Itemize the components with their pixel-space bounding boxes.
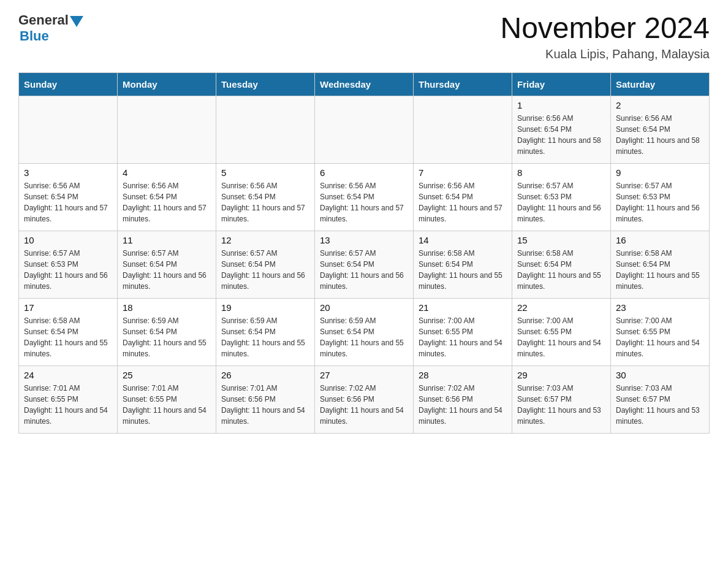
day-info: Sunrise: 7:03 AM Sunset: 6:57 PM Dayligh… bbox=[616, 383, 704, 427]
day-info: Sunrise: 6:57 AM Sunset: 6:54 PM Dayligh… bbox=[221, 248, 309, 292]
logo-general-text: General bbox=[18, 12, 69, 28]
weekday-header-wednesday: Wednesday bbox=[315, 72, 414, 96]
title-block: November 2024 Kuala Lipis, Pahang, Malay… bbox=[500, 12, 710, 61]
day-info: Sunrise: 6:57 AM Sunset: 6:53 PM Dayligh… bbox=[616, 180, 704, 224]
calendar-day: 18Sunrise: 6:59 AM Sunset: 6:54 PM Dayli… bbox=[118, 298, 216, 366]
day-info: Sunrise: 6:58 AM Sunset: 6:54 PM Dayligh… bbox=[419, 248, 507, 292]
day-number: 4 bbox=[123, 167, 211, 178]
weekday-header-saturday: Saturday bbox=[611, 72, 710, 96]
day-number: 7 bbox=[419, 167, 507, 178]
day-info: Sunrise: 6:57 AM Sunset: 6:54 PM Dayligh… bbox=[123, 248, 211, 292]
svg-marker-0 bbox=[70, 16, 83, 27]
calendar-day bbox=[315, 96, 414, 163]
calendar-day: 29Sunrise: 7:03 AM Sunset: 6:57 PM Dayli… bbox=[512, 366, 611, 433]
day-info: Sunrise: 6:59 AM Sunset: 6:54 PM Dayligh… bbox=[320, 315, 408, 359]
calendar-day: 22Sunrise: 7:00 AM Sunset: 6:55 PM Dayli… bbox=[512, 298, 611, 366]
day-info: Sunrise: 7:00 AM Sunset: 6:55 PM Dayligh… bbox=[517, 315, 605, 359]
calendar-header: SundayMondayTuesdayWednesdayThursdayFrid… bbox=[19, 72, 710, 96]
day-number: 2 bbox=[616, 100, 704, 110]
day-number: 9 bbox=[616, 167, 704, 178]
day-number: 22 bbox=[517, 302, 605, 313]
day-info: Sunrise: 6:56 AM Sunset: 6:54 PM Dayligh… bbox=[123, 180, 211, 224]
calendar-day: 17Sunrise: 6:58 AM Sunset: 6:54 PM Dayli… bbox=[19, 298, 118, 366]
calendar-week-4: 17Sunrise: 6:58 AM Sunset: 6:54 PM Dayli… bbox=[19, 298, 710, 366]
weekday-header-sunday: Sunday bbox=[19, 72, 118, 96]
calendar-day: 16Sunrise: 6:58 AM Sunset: 6:54 PM Dayli… bbox=[611, 231, 710, 298]
calendar-day: 14Sunrise: 6:58 AM Sunset: 6:54 PM Dayli… bbox=[414, 231, 512, 298]
weekday-header-row: SundayMondayTuesdayWednesdayThursdayFrid… bbox=[19, 72, 710, 96]
calendar-day: 6Sunrise: 6:56 AM Sunset: 6:54 PM Daylig… bbox=[315, 163, 414, 231]
day-number: 12 bbox=[221, 235, 309, 245]
day-number: 16 bbox=[616, 235, 704, 245]
calendar-week-2: 3Sunrise: 6:56 AM Sunset: 6:54 PM Daylig… bbox=[19, 163, 710, 231]
day-info: Sunrise: 6:56 AM Sunset: 6:54 PM Dayligh… bbox=[517, 113, 605, 157]
day-number: 19 bbox=[221, 302, 309, 313]
logo-blue-text: Blue bbox=[20, 28, 49, 44]
day-info: Sunrise: 7:00 AM Sunset: 6:55 PM Dayligh… bbox=[419, 315, 507, 359]
calendar-day: 15Sunrise: 6:58 AM Sunset: 6:54 PM Dayli… bbox=[512, 231, 611, 298]
calendar-day: 4Sunrise: 6:56 AM Sunset: 6:54 PM Daylig… bbox=[118, 163, 216, 231]
day-info: Sunrise: 6:57 AM Sunset: 6:53 PM Dayligh… bbox=[517, 180, 605, 224]
calendar-body: 1Sunrise: 6:56 AM Sunset: 6:54 PM Daylig… bbox=[19, 96, 710, 433]
day-info: Sunrise: 6:59 AM Sunset: 6:54 PM Dayligh… bbox=[221, 315, 309, 359]
day-info: Sunrise: 6:58 AM Sunset: 6:54 PM Dayligh… bbox=[517, 248, 605, 292]
calendar-week-3: 10Sunrise: 6:57 AM Sunset: 6:53 PM Dayli… bbox=[19, 231, 710, 298]
day-info: Sunrise: 6:56 AM Sunset: 6:54 PM Dayligh… bbox=[616, 113, 704, 157]
day-number: 17 bbox=[24, 302, 112, 313]
day-info: Sunrise: 7:03 AM Sunset: 6:57 PM Dayligh… bbox=[517, 383, 605, 427]
month-title: November 2024 bbox=[500, 12, 710, 45]
day-number: 21 bbox=[419, 302, 507, 313]
day-number: 11 bbox=[123, 235, 211, 245]
day-info: Sunrise: 6:56 AM Sunset: 6:54 PM Dayligh… bbox=[24, 180, 112, 224]
calendar-day bbox=[414, 96, 512, 163]
calendar-day: 24Sunrise: 7:01 AM Sunset: 6:55 PM Dayli… bbox=[19, 366, 118, 433]
day-info: Sunrise: 6:59 AM Sunset: 6:54 PM Dayligh… bbox=[123, 315, 211, 359]
day-info: Sunrise: 7:01 AM Sunset: 6:55 PM Dayligh… bbox=[24, 383, 112, 427]
weekday-header-tuesday: Tuesday bbox=[216, 72, 315, 96]
day-number: 10 bbox=[24, 235, 112, 245]
day-number: 25 bbox=[123, 370, 211, 380]
day-number: 14 bbox=[419, 235, 507, 245]
logo-arrow-icon bbox=[70, 16, 83, 27]
weekday-header-monday: Monday bbox=[118, 72, 216, 96]
day-number: 27 bbox=[320, 370, 408, 380]
day-info: Sunrise: 6:56 AM Sunset: 6:54 PM Dayligh… bbox=[419, 180, 507, 224]
day-number: 30 bbox=[616, 370, 704, 380]
day-number: 20 bbox=[320, 302, 408, 313]
day-info: Sunrise: 7:02 AM Sunset: 6:56 PM Dayligh… bbox=[419, 383, 507, 427]
day-info: Sunrise: 7:02 AM Sunset: 6:56 PM Dayligh… bbox=[320, 383, 408, 427]
calendar-day: 19Sunrise: 6:59 AM Sunset: 6:54 PM Dayli… bbox=[216, 298, 315, 366]
calendar-day: 9Sunrise: 6:57 AM Sunset: 6:53 PM Daylig… bbox=[611, 163, 710, 231]
day-number: 3 bbox=[24, 167, 112, 178]
day-info: Sunrise: 6:57 AM Sunset: 6:54 PM Dayligh… bbox=[320, 248, 408, 292]
day-number: 18 bbox=[123, 302, 211, 313]
day-info: Sunrise: 7:01 AM Sunset: 6:56 PM Dayligh… bbox=[221, 383, 309, 427]
day-number: 26 bbox=[221, 370, 309, 380]
calendar-day: 8Sunrise: 6:57 AM Sunset: 6:53 PM Daylig… bbox=[512, 163, 611, 231]
day-number: 8 bbox=[517, 167, 605, 178]
calendar-day: 2Sunrise: 6:56 AM Sunset: 6:54 PM Daylig… bbox=[611, 96, 710, 163]
logo: General Blue bbox=[18, 12, 83, 44]
weekday-header-thursday: Thursday bbox=[414, 72, 512, 96]
calendar-day bbox=[216, 96, 315, 163]
day-number: 24 bbox=[24, 370, 112, 380]
calendar-day: 3Sunrise: 6:56 AM Sunset: 6:54 PM Daylig… bbox=[19, 163, 118, 231]
calendar-day: 23Sunrise: 7:00 AM Sunset: 6:55 PM Dayli… bbox=[611, 298, 710, 366]
calendar-day: 21Sunrise: 7:00 AM Sunset: 6:55 PM Dayli… bbox=[414, 298, 512, 366]
day-number: 29 bbox=[517, 370, 605, 380]
calendar-day: 1Sunrise: 6:56 AM Sunset: 6:54 PM Daylig… bbox=[512, 96, 611, 163]
day-info: Sunrise: 7:01 AM Sunset: 6:55 PM Dayligh… bbox=[123, 383, 211, 427]
day-number: 1 bbox=[517, 100, 605, 110]
weekday-header-friday: Friday bbox=[512, 72, 611, 96]
calendar-day: 30Sunrise: 7:03 AM Sunset: 6:57 PM Dayli… bbox=[611, 366, 710, 433]
day-number: 15 bbox=[517, 235, 605, 245]
calendar-week-5: 24Sunrise: 7:01 AM Sunset: 6:55 PM Dayli… bbox=[19, 366, 710, 433]
calendar-day: 12Sunrise: 6:57 AM Sunset: 6:54 PM Dayli… bbox=[216, 231, 315, 298]
calendar-day: 25Sunrise: 7:01 AM Sunset: 6:55 PM Dayli… bbox=[118, 366, 216, 433]
day-number: 28 bbox=[419, 370, 507, 380]
calendar-day: 26Sunrise: 7:01 AM Sunset: 6:56 PM Dayli… bbox=[216, 366, 315, 433]
calendar-day bbox=[19, 96, 118, 163]
day-info: Sunrise: 6:58 AM Sunset: 6:54 PM Dayligh… bbox=[24, 315, 112, 359]
calendar-day: 13Sunrise: 6:57 AM Sunset: 6:54 PM Dayli… bbox=[315, 231, 414, 298]
calendar-day: 27Sunrise: 7:02 AM Sunset: 6:56 PM Dayli… bbox=[315, 366, 414, 433]
